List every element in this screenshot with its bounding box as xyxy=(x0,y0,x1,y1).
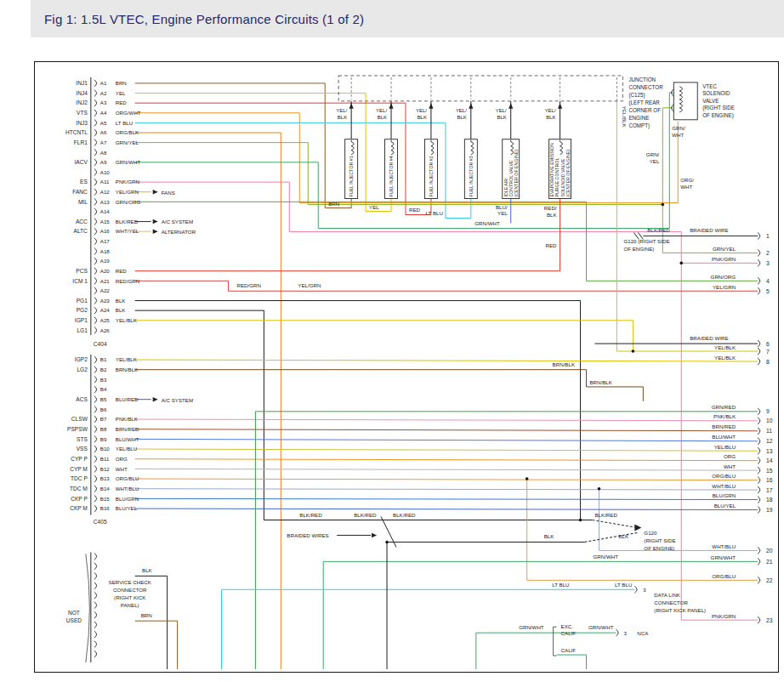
pin-bracket xyxy=(94,553,97,560)
arrow-icon xyxy=(153,190,158,195)
terminal-bracket xyxy=(758,340,760,347)
wire-color-label: RED/GRN xyxy=(116,278,139,284)
wire xyxy=(135,419,758,421)
not-used-label: NOT xyxy=(68,610,80,616)
pin-bracket xyxy=(94,416,97,423)
terminal-wire-label: BRN/RED xyxy=(712,423,736,429)
pin-id: B10 xyxy=(100,446,111,452)
pin-id: A17 xyxy=(100,238,111,244)
terminal-wire-label: BLU/WHT xyxy=(712,434,736,440)
float-label: LT BLU xyxy=(615,582,632,588)
vtec-valve-label: OF ENGINE) xyxy=(702,112,734,119)
terminal-wire-label: YEL/BLU xyxy=(714,444,736,450)
pin-id: B2 xyxy=(100,367,107,372)
terminal-bracket xyxy=(758,486,760,493)
wire-color-label: YEL/ xyxy=(456,108,467,113)
terminal-bracket xyxy=(758,232,760,239)
float-label: WHT xyxy=(672,132,684,138)
wire xyxy=(135,479,758,480)
float-label: YEL/GRN xyxy=(298,282,321,288)
ecm-signal-label: INJ1 xyxy=(76,80,88,86)
vtec-valve-label: (RIGHT SIDE xyxy=(702,105,735,111)
pin-bracket xyxy=(94,396,97,403)
float-label: BRAIDED WIRE xyxy=(690,335,728,341)
pin-bracket xyxy=(94,386,97,393)
pin-bracket xyxy=(94,307,97,314)
float-label: YEL/BLK xyxy=(622,106,628,128)
pin-id: B7 xyxy=(100,416,107,422)
wire-color-label: YEL/BLU xyxy=(116,446,137,452)
ecm-signal-label: TDC M xyxy=(70,486,88,492)
junction-connector-label: COMPT) xyxy=(628,122,650,129)
pin-id: B16 xyxy=(100,505,111,511)
ecm-signal-label: LG1 xyxy=(77,327,88,333)
terminal-number: 4 xyxy=(766,278,770,284)
pin-id: A11 xyxy=(100,179,110,185)
wire-color-label: YEL/BLK xyxy=(116,356,138,362)
arrow-icon xyxy=(153,219,158,224)
float-label: DATA LINK xyxy=(654,592,681,598)
float-label: (RIGHT KICK PANEL) xyxy=(654,607,706,613)
pin-id: A14 xyxy=(100,208,111,214)
pin-bracket xyxy=(94,129,97,136)
float-label: CONNECTOR xyxy=(113,587,147,593)
terminal-bracket xyxy=(758,507,760,514)
terminal-wire-label: GRN/WHT xyxy=(711,554,736,560)
pin-id: A18 xyxy=(100,248,111,254)
float-label: CONNECTOR xyxy=(654,600,688,605)
text-layer: A1BRNINJ1A2YELINJ4A3REDINJ2A4ORG/WHTVTSA… xyxy=(65,77,773,653)
wire xyxy=(135,281,758,291)
terminal-wire-label: WHT xyxy=(724,463,736,469)
pin-id: A8 xyxy=(100,150,107,156)
pin-bracket xyxy=(94,80,97,87)
wire-color-label: ORG/BLU xyxy=(116,475,139,481)
float-label: LT BLU xyxy=(552,582,569,588)
wire-color-label: ORG xyxy=(116,456,128,462)
junction-connector-label: ENGINE xyxy=(628,115,649,121)
wire-color-label: RED xyxy=(116,99,128,105)
float-label: YEL xyxy=(369,204,379,210)
pin-id: A23 xyxy=(100,298,111,304)
pin-id: A2 xyxy=(100,90,107,96)
terminal-wire-label: YEL/BLK xyxy=(714,344,736,350)
wire-color-label: YEL/BLK xyxy=(116,317,138,323)
pin-id: A26 xyxy=(100,327,111,333)
wire-color-label: BLU/RED xyxy=(116,396,139,402)
ecm-signal-label: IGP2 xyxy=(75,356,88,362)
ecm-signal-label: ACS xyxy=(76,396,88,402)
ecm-signal-label: VTS xyxy=(77,110,88,116)
pin-bracket xyxy=(94,258,97,264)
float-label: LT BLU xyxy=(426,210,443,216)
pin-id: B6 xyxy=(100,406,107,412)
junction-connector-label: CONNECTOR xyxy=(628,84,663,90)
ecm-signal-label: INJ2 xyxy=(76,99,88,105)
ecm-signal-label: IACV xyxy=(74,159,88,165)
wire-color-label: GRN/YEL xyxy=(116,139,139,145)
wire-color-label: BLK xyxy=(116,298,127,304)
component-name: CONTROL VALVE xyxy=(508,160,514,197)
terminal-bracket xyxy=(758,447,760,454)
wire-color-label: BLU/YEL xyxy=(116,505,138,511)
pin-bracket xyxy=(94,435,97,442)
pin-bracket xyxy=(94,505,97,512)
ecm-signal-label: FANC xyxy=(72,189,88,195)
terminal-number: 22 xyxy=(766,577,773,583)
wiring-diagram-canvas: A1BRNINJ1A2YELINJ4A3REDINJ2A4ORG/WHTVTSA… xyxy=(35,62,778,672)
terminal-wire-label: PNK/BLK xyxy=(713,413,736,419)
pin-bracket xyxy=(94,317,97,324)
pin-bracket xyxy=(94,179,97,185)
terminal-number: 21 xyxy=(766,559,773,565)
ecm-signal-label: INJ4 xyxy=(76,90,88,96)
ecm-signal-label: CLSW xyxy=(71,416,88,422)
terminal-bracket xyxy=(758,458,760,464)
pin-id: A21 xyxy=(100,278,111,284)
wire-color-label: WHT/YEL xyxy=(116,228,139,234)
float-label: RED xyxy=(546,242,558,248)
wire xyxy=(135,360,758,361)
wire-color-label: YEL/ xyxy=(376,108,387,113)
pin-id: A1 xyxy=(100,80,107,86)
terminal-bracket xyxy=(758,477,760,484)
vtec-valve-label: VALVE xyxy=(702,98,719,104)
pin-bracket xyxy=(94,602,97,609)
pin-id: B4 xyxy=(100,386,107,392)
